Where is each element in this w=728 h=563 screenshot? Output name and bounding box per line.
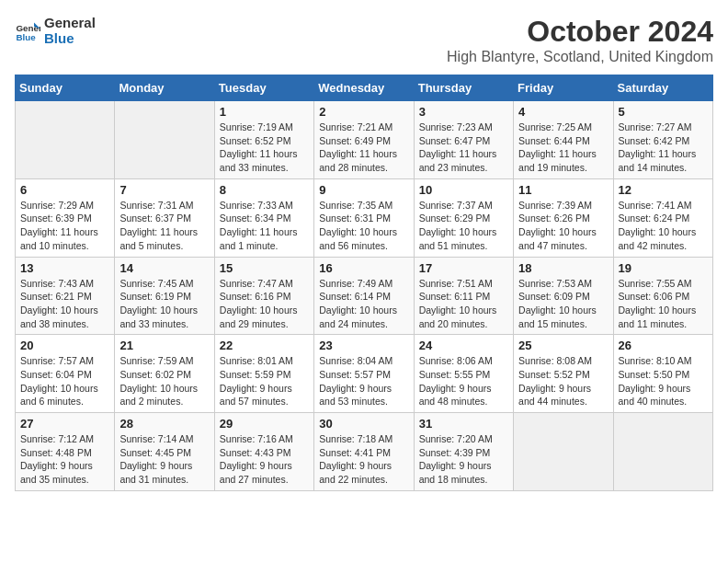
header-row: SundayMondayTuesdayWednesdayThursdayFrid…	[16, 75, 713, 101]
day-info: Sunrise: 7:37 AM Sunset: 6:29 PM Dayligh…	[419, 199, 508, 253]
svg-text:Blue: Blue	[16, 32, 36, 42]
day-cell: 25Sunrise: 8:08 AM Sunset: 5:52 PM Dayli…	[514, 335, 613, 413]
day-cell: 22Sunrise: 8:01 AM Sunset: 5:59 PM Dayli…	[214, 335, 313, 413]
day-cell: 13Sunrise: 7:43 AM Sunset: 6:21 PM Dayli…	[16, 257, 115, 335]
day-number: 2	[319, 105, 408, 119]
day-number: 24	[419, 339, 508, 352]
day-cell: 3Sunrise: 7:23 AM Sunset: 6:47 PM Daylig…	[414, 101, 513, 179]
col-header-wednesday: Wednesday	[314, 75, 414, 101]
day-info: Sunrise: 7:39 AM Sunset: 6:26 PM Dayligh…	[518, 199, 608, 253]
col-header-tuesday: Tuesday	[214, 75, 313, 101]
day-cell: 15Sunrise: 7:47 AM Sunset: 6:16 PM Dayli…	[214, 257, 313, 335]
day-number: 4	[518, 105, 608, 119]
month-title: October 2024	[447, 15, 713, 49]
day-cell: 9Sunrise: 7:35 AM Sunset: 6:31 PM Daylig…	[314, 178, 414, 257]
day-info: Sunrise: 8:06 AM Sunset: 5:55 PM Dayligh…	[419, 354, 508, 408]
week-row-4: 20Sunrise: 7:57 AM Sunset: 6:04 PM Dayli…	[16, 335, 713, 413]
col-header-saturday: Saturday	[613, 75, 712, 101]
day-number: 20	[20, 339, 109, 352]
day-info: Sunrise: 7:47 AM Sunset: 6:16 PM Dayligh…	[220, 277, 309, 331]
day-info: Sunrise: 7:27 AM Sunset: 6:42 PM Dayligh…	[619, 121, 708, 175]
day-number: 30	[319, 417, 408, 431]
day-number: 22	[220, 339, 309, 352]
day-cell: 1Sunrise: 7:19 AM Sunset: 6:52 PM Daylig…	[214, 101, 313, 179]
location-title: High Blantyre, Scotland, United Kingdom	[447, 49, 713, 65]
day-number: 28	[119, 417, 209, 431]
day-cell: 17Sunrise: 7:51 AM Sunset: 6:11 PM Dayli…	[414, 257, 513, 335]
logo-icon: General Blue	[15, 17, 40, 43]
day-cell: 14Sunrise: 7:45 AM Sunset: 6:19 PM Dayli…	[115, 257, 214, 335]
day-info: Sunrise: 8:04 AM Sunset: 5:57 PM Dayligh…	[319, 354, 408, 408]
day-number: 9	[319, 183, 408, 197]
day-number: 5	[619, 105, 708, 119]
day-number: 12	[619, 183, 708, 197]
day-cell: 30Sunrise: 7:18 AM Sunset: 4:41 PM Dayli…	[314, 413, 414, 491]
week-row-1: 1Sunrise: 7:19 AM Sunset: 6:52 PM Daylig…	[16, 101, 713, 179]
header: General Blue General Blue October 2024 H…	[15, 15, 713, 65]
day-info: Sunrise: 7:53 AM Sunset: 6:09 PM Dayligh…	[518, 277, 608, 331]
day-info: Sunrise: 8:10 AM Sunset: 5:50 PM Dayligh…	[619, 354, 708, 408]
col-header-sunday: Sunday	[16, 75, 115, 101]
day-info: Sunrise: 7:55 AM Sunset: 6:06 PM Dayligh…	[619, 277, 708, 331]
day-info: Sunrise: 7:35 AM Sunset: 6:31 PM Dayligh…	[319, 199, 408, 253]
day-cell: 6Sunrise: 7:29 AM Sunset: 6:39 PM Daylig…	[16, 178, 115, 257]
logo-line2: Blue	[44, 30, 96, 46]
day-number: 27	[20, 417, 109, 431]
day-info: Sunrise: 7:16 AM Sunset: 4:43 PM Dayligh…	[220, 432, 309, 487]
day-info: Sunrise: 7:31 AM Sunset: 6:37 PM Dayligh…	[119, 199, 209, 253]
day-number: 14	[119, 261, 209, 275]
day-number: 10	[419, 183, 508, 197]
day-info: Sunrise: 8:01 AM Sunset: 5:59 PM Dayligh…	[220, 354, 309, 408]
day-info: Sunrise: 7:29 AM Sunset: 6:39 PM Dayligh…	[20, 199, 109, 253]
day-info: Sunrise: 7:51 AM Sunset: 6:11 PM Dayligh…	[419, 277, 508, 331]
day-cell: 28Sunrise: 7:14 AM Sunset: 4:45 PM Dayli…	[115, 413, 214, 491]
day-number: 13	[20, 261, 109, 275]
day-number: 15	[220, 261, 309, 275]
day-cell: 23Sunrise: 8:04 AM Sunset: 5:57 PM Dayli…	[314, 335, 414, 413]
day-cell: 19Sunrise: 7:55 AM Sunset: 6:06 PM Dayli…	[613, 257, 712, 335]
day-number: 18	[518, 261, 608, 275]
day-number: 23	[319, 339, 408, 352]
day-number: 1	[220, 105, 309, 119]
day-cell	[514, 413, 613, 491]
day-number: 3	[419, 105, 508, 119]
day-number: 16	[319, 261, 408, 275]
day-cell: 16Sunrise: 7:49 AM Sunset: 6:14 PM Dayli…	[314, 257, 414, 335]
day-info: Sunrise: 7:23 AM Sunset: 6:47 PM Dayligh…	[419, 121, 508, 175]
day-info: Sunrise: 7:25 AM Sunset: 6:44 PM Dayligh…	[518, 121, 608, 175]
day-cell: 12Sunrise: 7:41 AM Sunset: 6:24 PM Dayli…	[613, 178, 712, 257]
day-number: 29	[220, 417, 309, 431]
week-row-3: 13Sunrise: 7:43 AM Sunset: 6:21 PM Dayli…	[16, 257, 713, 335]
day-cell: 2Sunrise: 7:21 AM Sunset: 6:49 PM Daylig…	[314, 101, 414, 179]
day-number: 17	[419, 261, 508, 275]
col-header-friday: Friday	[514, 75, 613, 101]
day-info: Sunrise: 7:41 AM Sunset: 6:24 PM Dayligh…	[619, 199, 708, 253]
day-info: Sunrise: 8:08 AM Sunset: 5:52 PM Dayligh…	[518, 354, 608, 408]
day-number: 7	[119, 183, 209, 197]
day-info: Sunrise: 7:57 AM Sunset: 6:04 PM Dayligh…	[20, 354, 109, 408]
day-cell: 24Sunrise: 8:06 AM Sunset: 5:55 PM Dayli…	[414, 335, 513, 413]
day-info: Sunrise: 7:45 AM Sunset: 6:19 PM Dayligh…	[119, 277, 209, 331]
day-cell: 21Sunrise: 7:59 AM Sunset: 6:02 PM Dayli…	[115, 335, 214, 413]
day-cell: 10Sunrise: 7:37 AM Sunset: 6:29 PM Dayli…	[414, 178, 513, 257]
day-cell	[16, 101, 115, 179]
day-cell: 7Sunrise: 7:31 AM Sunset: 6:37 PM Daylig…	[115, 178, 214, 257]
day-cell: 31Sunrise: 7:20 AM Sunset: 4:39 PM Dayli…	[414, 413, 513, 491]
day-cell: 26Sunrise: 8:10 AM Sunset: 5:50 PM Dayli…	[613, 335, 712, 413]
day-cell: 8Sunrise: 7:33 AM Sunset: 6:34 PM Daylig…	[214, 178, 313, 257]
day-cell: 4Sunrise: 7:25 AM Sunset: 6:44 PM Daylig…	[514, 101, 613, 179]
day-cell: 11Sunrise: 7:39 AM Sunset: 6:26 PM Dayli…	[514, 178, 613, 257]
day-cell: 18Sunrise: 7:53 AM Sunset: 6:09 PM Dayli…	[514, 257, 613, 335]
title-section: October 2024 High Blantyre, Scotland, Un…	[447, 15, 713, 65]
day-info: Sunrise: 7:43 AM Sunset: 6:21 PM Dayligh…	[20, 277, 109, 331]
week-row-2: 6Sunrise: 7:29 AM Sunset: 6:39 PM Daylig…	[16, 178, 713, 257]
day-number: 19	[619, 261, 708, 275]
day-info: Sunrise: 7:20 AM Sunset: 4:39 PM Dayligh…	[419, 432, 508, 487]
day-number: 8	[220, 183, 309, 197]
day-info: Sunrise: 7:59 AM Sunset: 6:02 PM Dayligh…	[119, 354, 209, 408]
day-cell	[613, 413, 712, 491]
day-info: Sunrise: 7:12 AM Sunset: 4:48 PM Dayligh…	[20, 432, 109, 487]
day-info: Sunrise: 7:14 AM Sunset: 4:45 PM Dayligh…	[119, 432, 209, 487]
day-info: Sunrise: 7:19 AM Sunset: 6:52 PM Dayligh…	[220, 121, 309, 175]
day-cell: 5Sunrise: 7:27 AM Sunset: 6:42 PM Daylig…	[613, 101, 712, 179]
